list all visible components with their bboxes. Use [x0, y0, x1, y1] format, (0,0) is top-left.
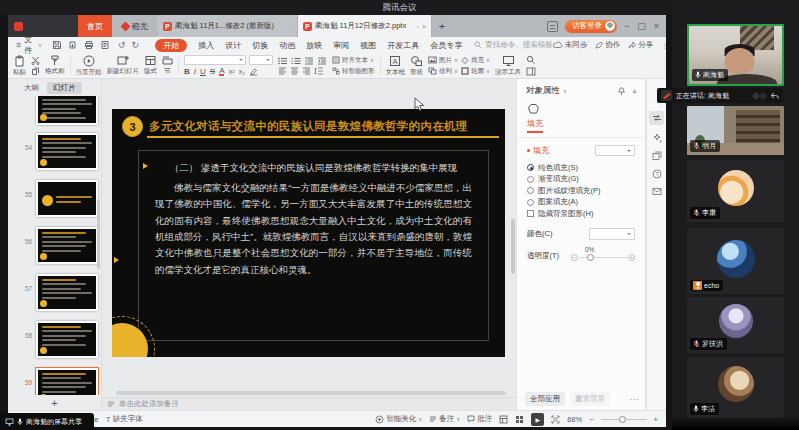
align-right-icon[interactable]	[302, 67, 311, 75]
menu-tab-animation[interactable]: 动画	[279, 40, 295, 51]
new-slide-button[interactable]: 新建幻灯片	[107, 55, 140, 76]
bullet-list-icon[interactable]	[278, 57, 288, 65]
slide-thumbnail[interactable]: 54	[8, 129, 101, 176]
menu-tab-design[interactable]: 设计	[225, 40, 241, 51]
zoom-out-button[interactable]: −	[589, 415, 593, 424]
align-center-icon[interactable]	[290, 67, 299, 75]
video-tile-speaking[interactable]: 蔺海魁	[687, 24, 784, 86]
slide-thumbnail[interactable]: 56	[8, 223, 101, 270]
duplicate-slide-icon[interactable]	[652, 151, 662, 161]
skin-theme-icon[interactable]	[547, 21, 558, 32]
number-list-icon[interactable]	[291, 57, 301, 65]
option-hide-background[interactable]: 隐藏背景图形(H)	[527, 208, 635, 220]
option-picture-fill[interactable]: 图片或纹理填充(P)	[527, 185, 635, 197]
underline-button[interactable]: U	[200, 67, 206, 76]
feedback-icon[interactable]	[652, 187, 662, 196]
picture-button[interactable]: 图片∨	[428, 56, 458, 65]
sync-status[interactable]: 未同步	[553, 40, 588, 50]
tab-home[interactable]: 首页	[78, 15, 112, 37]
new-tab-button[interactable]: +	[432, 15, 452, 37]
present-tools-button[interactable]: 演示工具	[495, 55, 521, 77]
share-button[interactable]: 分享	[628, 40, 653, 50]
cut-icon[interactable]	[31, 56, 40, 65]
grid-view-icon[interactable]	[515, 415, 524, 424]
canvas-vertical-scrollbar[interactable]	[511, 219, 515, 274]
print-icon[interactable]	[84, 40, 94, 50]
slide-textbox[interactable]: （二） 渗透于文化交流中的民族认同是敦煌佛教哲学转换的集中展现 佛教与儒家文化交…	[138, 150, 489, 341]
panel-more-icon[interactable]: ⋯	[630, 395, 639, 404]
fit-window-icon[interactable]	[551, 415, 560, 424]
section-button[interactable]: 节	[162, 55, 173, 76]
menu-tab-transition[interactable]: 切换	[252, 40, 268, 51]
doc-tab-2-active[interactable]: P 蔺海魁 11月12日修改2.pptx ◦ ×	[298, 15, 432, 37]
reset-background-button[interactable]: 重置背景	[570, 392, 610, 406]
find-icon[interactable]	[526, 55, 536, 65]
zoom-slider[interactable]	[601, 419, 647, 420]
color-dropdown[interactable]	[589, 228, 635, 240]
slide-thumbnail[interactable]	[8, 96, 101, 129]
format-painter-button[interactable]: 格式刷	[45, 55, 65, 76]
italic-button[interactable]: I	[194, 67, 196, 76]
copy-icon[interactable]	[31, 67, 40, 76]
slide-thumbnail[interactable]: 58	[8, 317, 101, 364]
menu-tab-member[interactable]: 会员专享	[430, 40, 462, 51]
menu-tab-insert[interactable]: 插入	[198, 40, 214, 51]
align-text-button[interactable]: 对齐文本∨	[332, 56, 375, 65]
superscript-button[interactable]: X²	[228, 69, 234, 75]
indent-increase-icon[interactable]	[317, 57, 327, 65]
doc-tab-1[interactable]: P 蔺海魁 11月1...修改2 (最新版) ◦	[158, 15, 298, 37]
tab-close-icon[interactable]: ×	[422, 23, 426, 30]
convert-smartart-button[interactable]: 转智能图形	[332, 67, 375, 76]
font-size-select[interactable]	[249, 55, 273, 65]
panel-close-icon[interactable]: ×	[632, 87, 637, 96]
undo-icon[interactable]: ↺	[118, 40, 126, 50]
save-icon[interactable]	[52, 40, 62, 50]
slide-title[interactable]: 多元文化对话与交流中的民族认同是敦煌佛教哲学的内在机理	[149, 119, 499, 134]
line-spacing-icon[interactable]	[314, 67, 324, 75]
slide-thumbnail[interactable]: 55	[8, 176, 101, 223]
video-tile[interactable]: 罗技洪	[687, 297, 784, 353]
tab-slides[interactable]: 幻灯片	[47, 82, 82, 94]
tab-pin-icon[interactable]: ◦	[290, 23, 292, 30]
transparency-slider[interactable]: 0% − +	[571, 248, 635, 264]
tab-docer[interactable]: 稻壳	[112, 15, 158, 37]
task-pane-icon[interactable]	[526, 67, 536, 76]
slide-thumbnail-selected[interactable]: 59	[8, 364, 101, 395]
textbox-button[interactable]: A 文本框	[386, 55, 406, 77]
pin-icon[interactable]	[617, 87, 626, 96]
thumbnail-scrollbar[interactable]	[97, 199, 100, 269]
comments-button[interactable]: 批注	[467, 414, 492, 424]
video-tile[interactable]: echo	[687, 228, 784, 294]
properties-toggle-icon[interactable]	[649, 111, 664, 125]
layout-button[interactable]: 版式	[144, 55, 157, 76]
font-color-button[interactable]: A	[219, 67, 224, 76]
play-from-current-button[interactable]: 当页开始	[76, 55, 102, 77]
video-tile[interactable]: 李康	[687, 160, 784, 222]
wps-close-button[interactable]: ×	[654, 21, 659, 31]
preview-icon[interactable]	[100, 40, 110, 50]
panel-tab-fill[interactable]: 填充	[527, 118, 543, 133]
normal-view-icon[interactable]	[499, 415, 508, 424]
slider-plus[interactable]: +	[628, 254, 635, 261]
option-solid-fill[interactable]: 纯色填充(S)	[527, 162, 635, 174]
option-pattern-fill[interactable]: 图案填充(A)	[527, 197, 635, 209]
align-left-icon[interactable]	[278, 67, 287, 75]
wps-restore-button[interactable]: ▢	[637, 21, 646, 31]
fill-type-dropdown[interactable]	[595, 145, 635, 156]
zoom-level[interactable]: 68%	[567, 415, 582, 424]
fill-button[interactable]: 填充∨	[461, 56, 490, 65]
subscript-button[interactable]: X₂	[238, 69, 244, 75]
menu-tab-review[interactable]: 审阅	[333, 40, 349, 51]
highlight-icon[interactable]	[249, 67, 258, 76]
paste-button[interactable]: 粘贴	[13, 55, 26, 77]
slider-minus[interactable]: −	[571, 254, 578, 261]
slider-thumb[interactable]	[587, 254, 594, 261]
more-menu-icon[interactable]: ⋮	[661, 41, 666, 50]
slide[interactable]: 3 多元文化对话与交流中的民族认同是敦煌佛教哲学的内在机理 （二） 渗透于文化交…	[112, 109, 505, 357]
add-slide-button[interactable]: +	[8, 396, 101, 410]
tab-pin-icon[interactable]: ◦	[416, 23, 418, 30]
zoom-slider-thumb[interactable]	[619, 416, 626, 423]
redo-icon[interactable]: ↻	[132, 40, 140, 50]
notes-bar[interactable]: 单击此处添加备注	[102, 397, 516, 410]
guest-login-button[interactable]: 访客登录	[565, 20, 617, 33]
